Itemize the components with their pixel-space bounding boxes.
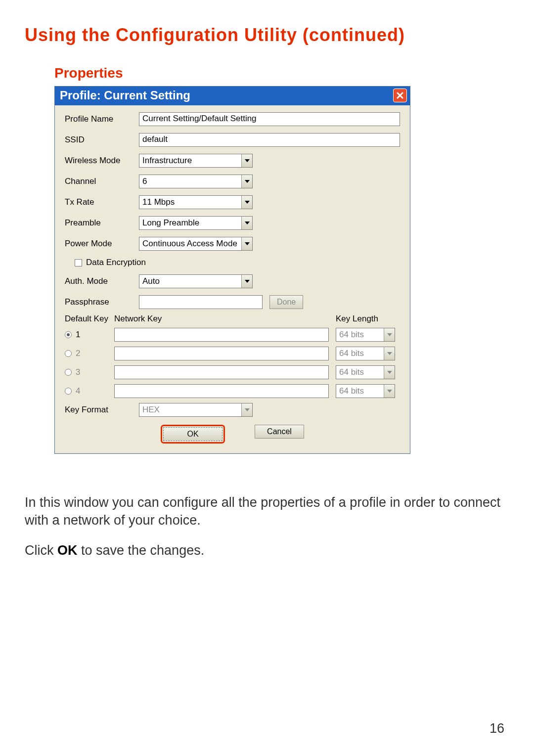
- key-radio-2[interactable]: 2: [65, 349, 114, 358]
- key-length-value-1: 64 bits: [336, 330, 384, 340]
- chevron-down-icon: [384, 328, 395, 341]
- ssid-input[interactable]: default: [139, 133, 400, 147]
- preamble-select[interactable]: Long Preamble: [139, 216, 253, 230]
- properties-subheading: Properties: [54, 65, 509, 81]
- chevron-down-icon: [384, 366, 395, 379]
- key-input-4[interactable]: [114, 384, 329, 398]
- chevron-down-icon: [241, 217, 252, 229]
- profile-dialog: Profile: Current Setting Profile Name Cu…: [54, 86, 410, 454]
- data-encryption-label: Data Encryption: [86, 258, 146, 267]
- data-encryption-checkbox[interactable]: [75, 259, 82, 267]
- page-title: Using the Configuration Utility (continu…: [25, 25, 509, 45]
- tx-rate-value: 11 Mbps: [139, 197, 241, 207]
- key-radio-1[interactable]: 1: [65, 330, 114, 340]
- tx-rate-select[interactable]: 11 Mbps: [139, 195, 253, 209]
- key-length-value-4: 64 bits: [336, 386, 384, 396]
- profile-name-label: Profile Name: [65, 114, 139, 124]
- chevron-down-icon: [241, 275, 252, 288]
- ssid-label: SSID: [65, 135, 139, 145]
- channel-select[interactable]: 6: [139, 175, 253, 188]
- auth-mode-select[interactable]: Auto: [139, 274, 253, 288]
- key-length-select-1[interactable]: 64 bits: [336, 328, 395, 342]
- key-length-label: Key Length: [336, 314, 400, 324]
- key-index-4: 4: [76, 386, 80, 396]
- key-length-value-3: 64 bits: [336, 367, 384, 377]
- channel-label: Channel: [65, 177, 139, 186]
- chevron-down-icon: [241, 175, 252, 188]
- passphrase-label: Passphrase: [65, 297, 139, 307]
- key-format-value: HEX: [139, 405, 241, 415]
- profile-name-input[interactable]: Current Setting/Default Setting: [139, 112, 400, 126]
- power-mode-select[interactable]: Continuous Access Mode: [139, 237, 253, 251]
- key-index-2: 2: [76, 349, 80, 358]
- key-format-label: Key Format: [65, 405, 139, 415]
- auth-mode-label: Auth. Mode: [65, 276, 139, 286]
- key-length-value-2: 64 bits: [336, 349, 384, 358]
- ok-button[interactable]: OK: [163, 427, 222, 441]
- chevron-down-icon: [241, 154, 252, 167]
- key-format-select[interactable]: HEX: [139, 403, 253, 417]
- close-icon[interactable]: [393, 89, 407, 102]
- power-mode-label: Power Mode: [65, 239, 139, 249]
- body-text: In this window you can configure all the…: [25, 493, 509, 559]
- power-mode-value: Continuous Access Mode: [139, 239, 241, 249]
- tx-rate-label: Tx Rate: [65, 197, 139, 207]
- key-length-select-4[interactable]: 64 bits: [336, 384, 395, 398]
- body-paragraph-2: Click OK to save the changes.: [25, 541, 509, 559]
- channel-value: 6: [139, 177, 241, 186]
- body-p2-part3: to save the changes.: [78, 543, 205, 558]
- passphrase-input[interactable]: [139, 295, 263, 309]
- key-input-1[interactable]: [114, 328, 329, 342]
- body-p2-bold: OK: [57, 543, 78, 558]
- body-paragraph-1: In this window you can configure all the…: [25, 493, 509, 530]
- key-length-select-2[interactable]: 64 bits: [336, 347, 395, 360]
- chevron-down-icon: [241, 196, 252, 209]
- cancel-button[interactable]: Cancel: [255, 425, 304, 439]
- key-radio-4[interactable]: 4: [65, 386, 114, 396]
- key-input-2[interactable]: [114, 347, 329, 360]
- key-radio-3[interactable]: 3: [65, 367, 114, 377]
- page-number: 16: [490, 721, 504, 736]
- dialog-titlebar: Profile: Current Setting: [55, 87, 410, 105]
- network-key-label: Network Key: [114, 314, 336, 324]
- chevron-down-icon: [241, 403, 252, 416]
- default-key-label: Default Key: [65, 314, 114, 324]
- wireless-mode-value: Infrastructure: [139, 156, 241, 166]
- preamble-label: Preamble: [65, 218, 139, 228]
- dialog-body: Profile Name Current Setting/Default Set…: [55, 105, 410, 453]
- wireless-mode-label: Wireless Mode: [65, 156, 139, 166]
- chevron-down-icon: [384, 347, 395, 360]
- key-length-select-3[interactable]: 64 bits: [336, 365, 395, 379]
- chevron-down-icon: [241, 237, 252, 250]
- dialog-title: Profile: Current Setting: [60, 89, 190, 102]
- key-index-3: 3: [76, 367, 80, 377]
- done-button[interactable]: Done: [269, 295, 303, 309]
- key-input-3[interactable]: [114, 365, 329, 379]
- body-p2-part1: Click: [25, 543, 57, 558]
- auth-mode-value: Auto: [139, 276, 241, 286]
- key-index-1: 1: [76, 330, 80, 340]
- wireless-mode-select[interactable]: Infrastructure: [139, 154, 253, 168]
- preamble-value: Long Preamble: [139, 218, 241, 228]
- ok-button-highlight: OK: [161, 425, 225, 444]
- chevron-down-icon: [384, 385, 395, 398]
